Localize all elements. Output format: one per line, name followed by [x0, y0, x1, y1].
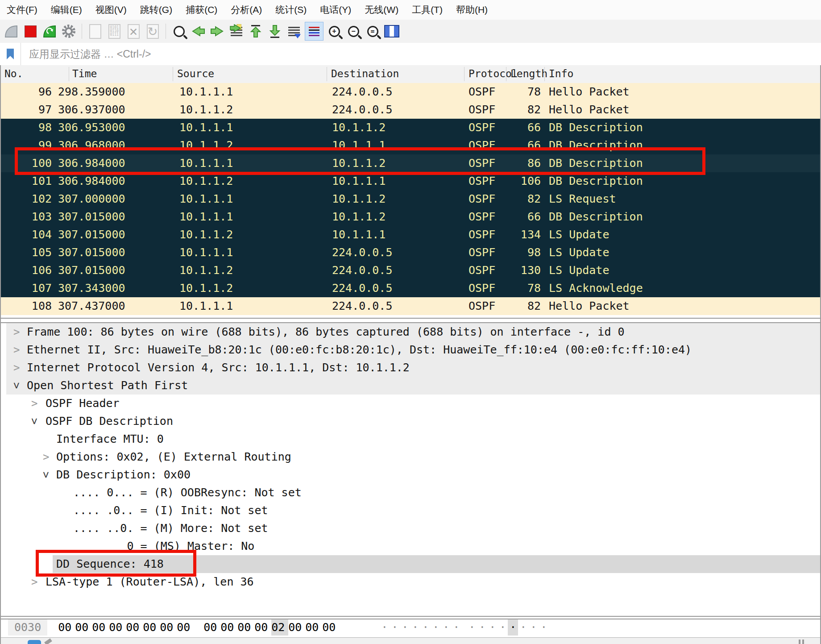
first-packet-button[interactable]	[247, 22, 264, 40]
packet-row-101[interactable]: 101306.98400010.1.1.210.1.1.1OSPF106DB D…	[1, 172, 820, 190]
column-separator[interactable]	[173, 67, 173, 81]
chevron-collapsed-icon[interactable]: >	[13, 359, 20, 377]
menu-item-file[interactable]: 文件(F)	[0, 0, 44, 20]
detail-options[interactable]: >Options: 0x02, (E) External Routing	[6, 448, 820, 466]
auto-scroll-button[interactable]	[286, 22, 303, 40]
packet-list-header[interactable]: No.TimeSourceDestinationProtocolLengthIn…	[1, 65, 820, 83]
colorize-packets-button[interactable]	[305, 22, 323, 41]
column-separator[interactable]	[327, 67, 327, 81]
ascii-char-1[interactable]: ·	[390, 619, 400, 636]
packet-row-98[interactable]: 98306.95300010.1.1.110.1.1.2OSPF66DB Des…	[1, 119, 820, 137]
hex-byte-13[interactable]: 00	[288, 619, 305, 636]
ascii-char-13[interactable]: ·	[518, 619, 528, 636]
hex-byte-1[interactable]: 00	[75, 619, 92, 636]
previous-packet-button[interactable]	[190, 22, 207, 40]
capture-options-button[interactable]	[60, 22, 77, 40]
chevron-expanded-icon[interactable]: >	[25, 418, 43, 424]
ascii-char-2[interactable]: ·	[400, 619, 410, 636]
packet-row-103[interactable]: 103307.01500010.1.1.110.1.1.2OSPF66DB De…	[1, 208, 820, 226]
hex-byte-9[interactable]: 00	[220, 619, 237, 636]
ascii-char-15[interactable]: ·	[539, 619, 549, 636]
hex-byte-14[interactable]: 00	[305, 619, 322, 636]
ascii-char-6[interactable]: ·	[441, 619, 451, 636]
column-separator[interactable]	[544, 67, 545, 81]
detail-ethernet[interactable]: >Ethernet II, Src: HuaweiTe_b8:20:1c (00…	[6, 341, 820, 359]
chevron-expanded-icon[interactable]: >	[8, 382, 25, 389]
column-header-destination[interactable]: Destination	[331, 68, 399, 79]
chevron-collapsed-icon[interactable]: >	[43, 448, 49, 466]
hex-byte-12[interactable]: 02	[271, 619, 288, 636]
go-to-packet-button[interactable]	[228, 22, 245, 40]
hex-byte-8[interactable]: 00	[203, 619, 220, 636]
close-file-button[interactable]: ✕	[125, 22, 142, 40]
detail-ip[interactable]: >Internet Protocol Version 4, Src: 10.1.…	[6, 359, 820, 377]
hex-byte-10[interactable]: 00	[237, 619, 254, 636]
column-separator[interactable]	[69, 67, 69, 81]
stop-capture-button[interactable]	[22, 22, 39, 40]
hex-dump-pane[interactable]: 003000000000000000000000000002000000····…	[1, 619, 820, 637]
ascii-char-14[interactable]: ·	[528, 619, 539, 636]
restart-capture-button[interactable]	[41, 22, 58, 40]
menu-item-telephony[interactable]: 电话(Y)	[313, 0, 358, 20]
chevron-expanded-icon[interactable]: >	[37, 472, 55, 478]
detail-flag-oobresync[interactable]: .... 0... = (R) OOBResync: Not set	[6, 484, 820, 502]
hex-byte-11[interactable]: 00	[254, 619, 271, 636]
resize-columns-button[interactable]	[383, 22, 400, 40]
ascii-char-10[interactable]: ·	[487, 619, 498, 636]
menu-item-capture[interactable]: 捕获(C)	[179, 0, 224, 20]
hex-byte-6[interactable]: 00	[160, 619, 177, 636]
ascii-char-9[interactable]: ·	[477, 619, 487, 636]
open-file-button[interactable]	[87, 22, 104, 40]
detail-interface-mtu[interactable]: Interface MTU: 0	[6, 430, 820, 448]
menu-item-wireless[interactable]: 无线(W)	[358, 0, 405, 20]
detail-flag-init[interactable]: .... .0.. = (I) Init: Not set	[6, 502, 820, 519]
ascii-char-4[interactable]: ·	[420, 619, 431, 636]
last-packet-button[interactable]	[266, 22, 283, 40]
find-packet-button[interactable]	[170, 22, 187, 40]
packet-row-100[interactable]: 100306.98400010.1.1.110.1.1.2OSPF86DB De…	[1, 154, 820, 172]
pane-splitter[interactable]	[0, 616, 821, 619]
packet-row-96[interactable]: 96298.35900010.1.1.1224.0.0.5OSPF78Hello…	[1, 83, 820, 101]
column-header-info[interactable]: Info	[549, 68, 573, 79]
ascii-char-0[interactable]: ·	[379, 619, 390, 636]
annotation-pencil-icon[interactable]	[44, 638, 52, 644]
column-separator[interactable]	[506, 67, 506, 81]
detail-db-description-flags[interactable]: >DB Description: 0x00	[6, 466, 820, 484]
hex-byte-4[interactable]: 00	[126, 619, 143, 636]
ascii-char-11[interactable]: ·	[498, 619, 508, 636]
hex-byte-7[interactable]: 00	[177, 619, 194, 636]
packet-row-107[interactable]: 107307.34300010.1.1.2224.0.0.5OSPF78LS A…	[1, 279, 820, 297]
start-capture-button[interactable]	[3, 22, 20, 40]
ascii-char-3[interactable]: ·	[410, 619, 420, 636]
packet-row-102[interactable]: 102307.00000010.1.1.110.1.1.2OSPF82LS Re…	[1, 190, 820, 208]
next-packet-button[interactable]	[209, 22, 226, 40]
hex-byte-0[interactable]: 00	[58, 619, 75, 636]
ascii-char-12[interactable]: ·	[508, 619, 518, 636]
chevron-collapsed-icon[interactable]: >	[31, 573, 37, 591]
menu-item-view[interactable]: 视图(V)	[89, 0, 133, 20]
detail-dd-sequence[interactable]: DD Sequence: 418	[6, 555, 820, 573]
menu-item-go[interactable]: 跳转(G)	[133, 0, 179, 20]
chevron-collapsed-icon[interactable]: >	[31, 395, 37, 412]
save-file-button[interactable]: 010101100111	[106, 22, 123, 40]
packet-row-108[interactable]: 108307.43700010.1.1.1224.0.0.5OSPF82Hell…	[1, 297, 820, 315]
zoom-original-button[interactable]: =	[364, 22, 381, 40]
packet-row-106[interactable]: 106307.01500010.1.1.2224.0.0.5OSPF130LS …	[1, 262, 820, 279]
packet-row-99[interactable]: 99306.96800010.1.1.210.1.1.1OSPF66DB Des…	[1, 137, 820, 154]
detail-frame[interactable]: >Frame 100: 86 bytes on wire (688 bits),…	[6, 323, 820, 341]
column-header-time[interactable]: Time	[72, 68, 97, 79]
chevron-collapsed-icon[interactable]: >	[13, 323, 20, 341]
detail-ospf[interactable]: >Open Shortest Path First	[6, 377, 820, 395]
chevron-collapsed-icon[interactable]: >	[13, 341, 20, 359]
column-header-length[interactable]: Length	[510, 68, 547, 79]
packet-row-97[interactable]: 97306.93700010.1.1.2224.0.0.5OSPF82Hello…	[1, 101, 820, 119]
packet-row-105[interactable]: 105307.01500010.1.1.1224.0.0.5OSPF98LS U…	[1, 244, 820, 262]
detail-ospf-header[interactable]: >OSPF Header	[6, 395, 820, 412]
pane-splitter[interactable]	[0, 318, 821, 323]
hex-byte-2[interactable]: 00	[92, 619, 109, 636]
menu-item-analyze[interactable]: 分析(A)	[224, 0, 269, 20]
detail-flag-master[interactable]: .... ...0 = (MS) Master: No	[6, 537, 820, 555]
menu-item-tools[interactable]: 工具(T)	[405, 0, 449, 20]
zoom-out-button[interactable]: −	[345, 22, 362, 40]
hex-byte-15[interactable]: 00	[322, 619, 339, 636]
